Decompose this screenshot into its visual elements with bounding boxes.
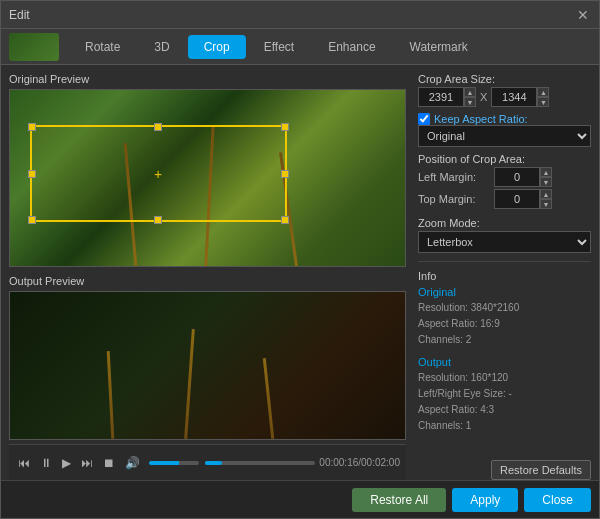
progress-fill <box>205 461 222 465</box>
left-margin-row: Left Margin: ▲ ▼ <box>418 167 591 187</box>
x-separator: X <box>480 91 487 103</box>
crop-handle-bm[interactable] <box>154 216 162 224</box>
position-section: Position of Crop Area: Left Margin: ▲ ▼ … <box>418 153 591 211</box>
crop-height-input[interactable] <box>491 87 537 107</box>
top-margin-row: Top Margin: ▲ ▼ <box>418 189 591 209</box>
left-panel: Original Preview <box>1 65 414 480</box>
divider <box>418 261 591 262</box>
info-section: Info Original Resolution: 3840*2160 Aspe… <box>418 270 591 454</box>
zoom-mode-label: Zoom Mode: <box>418 217 591 229</box>
tab-watermark[interactable]: Watermark <box>394 35 484 59</box>
restore-all-button[interactable]: Restore All <box>352 488 446 512</box>
crop-handle-lm[interactable] <box>28 170 36 178</box>
crop-width-input[interactable] <box>418 87 464 107</box>
crop-handle-tl[interactable] <box>28 123 36 131</box>
top-margin-label: Top Margin: <box>418 193 490 205</box>
tab-crop[interactable]: Crop <box>188 35 246 59</box>
zoom-mode-section: Zoom Mode: Letterbox <box>418 217 591 253</box>
original-preview: + <box>9 89 406 267</box>
player-next-button[interactable]: ⏭ <box>78 454 96 472</box>
close-button[interactable]: Close <box>524 488 591 512</box>
left-margin-label: Left Margin: <box>418 171 490 183</box>
progress-area: 00:00:16/00:02:00 <box>205 457 400 468</box>
tab-3d[interactable]: 3D <box>138 35 185 59</box>
top-margin-spinner: ▲ ▼ <box>540 189 552 209</box>
left-margin-spinner: ▲ ▼ <box>540 167 552 187</box>
crop-width-spinner: ▲ ▼ <box>464 87 476 107</box>
title-bar: Edit ✕ <box>1 1 599 29</box>
volume-slider[interactable] <box>149 461 199 465</box>
top-margin-down[interactable]: ▼ <box>540 199 552 209</box>
original-preview-image: + <box>10 90 405 266</box>
original-info-group: Original Resolution: 3840*2160 Aspect Ra… <box>418 286 591 348</box>
output-info-title: Output <box>418 356 591 368</box>
tabs-bar: Rotate 3D Crop Effect Enhance Watermark <box>1 29 599 65</box>
original-channels: Channels: 2 <box>418 332 591 348</box>
player-volume-button[interactable]: 🔊 <box>122 454 143 472</box>
progress-bar[interactable] <box>205 461 315 465</box>
thumbnail <box>9 33 59 61</box>
right-panel: Crop Area Size: ▲ ▼ X ▲ ▼ <box>414 65 599 480</box>
window-title: Edit <box>9 8 30 22</box>
time-current: 00:00:16 <box>319 457 358 468</box>
output-info-group: Output Resolution: 160*120 Left/Right Ey… <box>418 356 591 434</box>
original-aspect: Aspect Ratio: 16:9 <box>418 316 591 332</box>
content-area: Original Preview <box>1 65 599 480</box>
aspect-ratio-select[interactable]: Original <box>418 125 591 147</box>
crop-handle-tr[interactable] <box>281 123 289 131</box>
original-info-title: Original <box>418 286 591 298</box>
crop-handle-br[interactable] <box>281 216 289 224</box>
output-preview <box>9 291 406 440</box>
tab-enhance[interactable]: Enhance <box>312 35 391 59</box>
original-preview-label: Original Preview <box>9 73 406 85</box>
output-resolution: Resolution: 160*120 <box>418 370 591 386</box>
player-stop-button[interactable]: ⏹ <box>100 454 118 472</box>
crop-height-down[interactable]: ▼ <box>537 97 549 107</box>
zoom-mode-select[interactable]: Letterbox <box>418 231 591 253</box>
output-preview-image <box>10 292 405 439</box>
output-eye-size: Left/Right Eye Size: - <box>418 386 591 402</box>
apply-button[interactable]: Apply <box>452 488 518 512</box>
player-play-button[interactable]: ▶ <box>59 454 74 472</box>
restore-defaults-button[interactable]: Restore Defaults <box>491 460 591 480</box>
crop-width-down[interactable]: ▼ <box>464 97 476 107</box>
top-margin-input[interactable] <box>494 189 540 209</box>
output-preview-label: Output Preview <box>9 275 406 287</box>
player-prev-button[interactable]: ⏮ <box>15 454 33 472</box>
crop-box[interactable]: + <box>30 125 287 222</box>
top-margin-up[interactable]: ▲ <box>540 189 552 199</box>
keep-aspect-label: Keep Aspect Ratio: <box>434 113 528 125</box>
crop-height-spinner: ▲ ▼ <box>537 87 549 107</box>
edit-window: Edit ✕ Rotate 3D Crop Effect Enhance Wat… <box>0 0 600 519</box>
position-label: Position of Crop Area: <box>418 153 591 165</box>
keep-aspect-checkbox[interactable] <box>418 113 430 125</box>
bottom-bar: Restore All Apply Close <box>1 480 599 518</box>
info-title: Info <box>418 270 591 282</box>
crop-height-up[interactable]: ▲ <box>537 87 549 97</box>
crop-size-row: ▲ ▼ X ▲ ▼ <box>418 87 591 107</box>
aspect-ratio-section: Keep Aspect Ratio: Original <box>418 113 591 147</box>
crop-handle-rm[interactable] <box>281 170 289 178</box>
player-bar: ⏮ ⏸ ▶ ⏭ ⏹ 🔊 00:00:16/00:02:00 <box>9 444 406 480</box>
output-aspect: Aspect Ratio: 4:3 <box>418 402 591 418</box>
left-margin-down[interactable]: ▼ <box>540 177 552 187</box>
crop-crosshair: + <box>154 166 162 182</box>
crop-handle-bl[interactable] <box>28 216 36 224</box>
left-margin-input[interactable] <box>494 167 540 187</box>
crop-handle-tm[interactable] <box>154 123 162 131</box>
original-resolution: Resolution: 3840*2160 <box>418 300 591 316</box>
keep-aspect-row: Keep Aspect Ratio: <box>418 113 591 125</box>
crop-area-size-section: Crop Area Size: ▲ ▼ X ▲ ▼ <box>418 73 591 107</box>
crop-area-size-label: Crop Area Size: <box>418 73 591 85</box>
tab-rotate[interactable]: Rotate <box>69 35 136 59</box>
left-margin-up[interactable]: ▲ <box>540 167 552 177</box>
output-channels: Channels: 1 <box>418 418 591 434</box>
time-total: 00:02:00 <box>361 457 400 468</box>
crop-width-up[interactable]: ▲ <box>464 87 476 97</box>
window-close-button[interactable]: ✕ <box>575 7 591 23</box>
time-display: 00:00:16/00:02:00 <box>319 457 400 468</box>
player-pause-button[interactable]: ⏸ <box>37 454 55 472</box>
tab-effect[interactable]: Effect <box>248 35 310 59</box>
